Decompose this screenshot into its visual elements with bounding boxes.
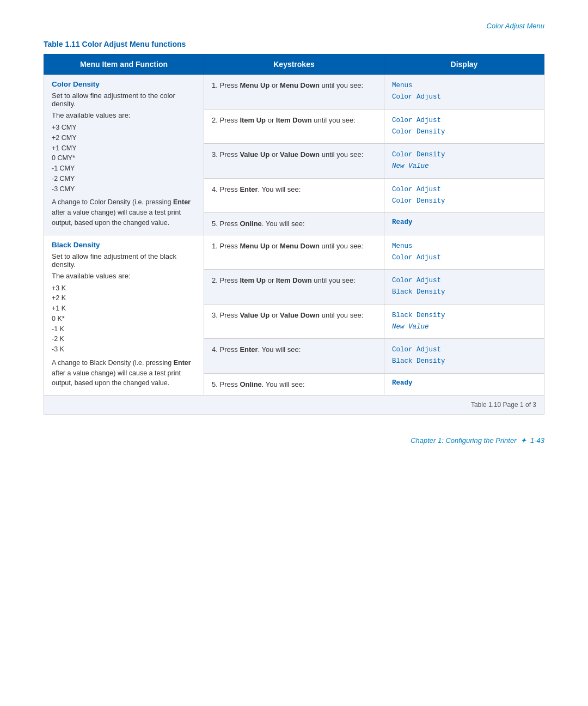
- display-cell-cd-1: MenusColor Adjust: [384, 75, 544, 109]
- section-desc-color-density-2: The available values are:: [52, 111, 196, 119]
- keystroke-cell-cd-4: 4. Press Enter. You will see:: [204, 178, 384, 213]
- keystroke-cell-bd-1: 1. Press Menu Up or Menu Down until you …: [204, 235, 384, 270]
- page-header: Color Adjust Menu: [44, 22, 544, 30]
- keystroke-bd-3: 3. Press Value Up or Value Down until yo…: [212, 310, 376, 321]
- section-desc-black-density-2: The available values are:: [52, 272, 196, 280]
- display-cd-3: Color DensityNew Value: [392, 149, 536, 173]
- display-cell-bd-3: Black DensityNew Value: [384, 304, 544, 339]
- keystroke-cd-1: 1. Press Menu Up or Menu Down until you …: [212, 80, 376, 91]
- display-bd-5: Ready: [392, 379, 536, 387]
- page-container: Color Adjust Menu Table 1.11 Color Adjus…: [0, 0, 588, 477]
- keystroke-cell-bd-4: 4. Press Enter. You will see:: [204, 339, 384, 374]
- keystroke-bd-2: 2. Press Item Up or Item Down until you …: [212, 275, 376, 286]
- note-color-density: A change to Color Density (i.e. pressing…: [52, 197, 196, 228]
- main-table: Menu Item and Function Keystrokes Displa…: [44, 54, 544, 415]
- chapter-footer: Chapter 1: Configuring the Printer ✦ 1-4…: [44, 436, 544, 445]
- section-desc-color-density-1: Set to allow fine adjustment to the colo…: [52, 92, 196, 108]
- display-bd-3: Black DensityNew Value: [392, 310, 536, 333]
- section-title-color-density: Color Density: [52, 80, 196, 88]
- keystroke-cell-cd-1: 1. Press Menu Up or Menu Down until you …: [204, 75, 384, 109]
- table-footer-row: Table 1.10 Page 1 of 3: [44, 395, 544, 415]
- values-list-color-density: +3 CMY+2 CMY+1 CMY0 CMY*-1 CMY-2 CMY-3 C…: [52, 123, 196, 194]
- table-row: Black Density Set to allow fine adjustme…: [44, 235, 544, 270]
- table-page-ref: Table 1.10 Page 1 of 3: [44, 395, 544, 415]
- note-black-density: A change to Black Density (i.e. pressing…: [52, 358, 196, 388]
- keystroke-cd-5: 5. Press Online. You will see:: [212, 218, 376, 229]
- chapter-label: Chapter 1: Configuring the Printer ✦ 1-4…: [411, 436, 544, 445]
- section-desc-black-density-1: Set to allow fine adjustment of the blac…: [52, 252, 196, 269]
- display-cd-4: Color AdjustColor Density: [392, 184, 536, 208]
- display-cell-cd-3: Color DensityNew Value: [384, 144, 544, 179]
- keystroke-cd-2: 2. Press Item Up or Item Down until you …: [212, 115, 376, 126]
- table-header-row: Menu Item and Function Keystrokes Displa…: [44, 54, 544, 75]
- keystroke-cell-bd-5: 5. Press Online. You will see:: [204, 373, 384, 395]
- display-cd-2: Color AdjustColor Density: [392, 115, 536, 138]
- table-row: Color Density Set to allow fine adjustme…: [44, 75, 544, 109]
- keystroke-cd-4: 4. Press Enter. You will see:: [212, 184, 376, 195]
- keystroke-bd-4: 4. Press Enter. You will see:: [212, 344, 376, 355]
- col-header-menu: Menu Item and Function: [44, 54, 204, 75]
- display-cell-cd-4: Color AdjustColor Density: [384, 178, 544, 213]
- menu-cell-black-density: Black Density Set to allow fine adjustme…: [44, 235, 204, 395]
- chapter-text: Chapter 1: Configuring the Printer: [411, 436, 516, 445]
- section-title-black-density: Black Density: [52, 241, 196, 249]
- keystroke-cell-cd-5: 5. Press Online. You will see:: [204, 213, 384, 235]
- display-bd-4: Color AdjustBlack Density: [392, 344, 536, 368]
- display-cell-cd-2: Color AdjustColor Density: [384, 109, 544, 144]
- col-header-display: Display: [384, 54, 544, 75]
- display-bd-2: Color AdjustBlack Density: [392, 275, 536, 299]
- keystroke-cell-cd-3: 3. Press Value Up or Value Down until yo…: [204, 144, 384, 179]
- page-number: 1-43: [530, 436, 544, 445]
- col-header-keys: Keystrokes: [204, 54, 384, 75]
- table-title: Table 1.11 Color Adjust Menu functions: [44, 40, 544, 48]
- keystroke-bd-5: 5. Press Online. You will see:: [212, 379, 376, 390]
- keystroke-cell-cd-2: 2. Press Item Up or Item Down until you …: [204, 109, 384, 144]
- header-title: Color Adjust Menu: [487, 22, 544, 30]
- display-cd-1: MenusColor Adjust: [392, 80, 536, 104]
- keystroke-cell-bd-3: 3. Press Value Up or Value Down until yo…: [204, 304, 384, 339]
- display-cell-cd-5: Ready: [384, 213, 544, 235]
- display-cell-bd-4: Color AdjustBlack Density: [384, 339, 544, 374]
- display-cd-5: Ready: [392, 218, 536, 226]
- keystroke-bd-1: 1. Press Menu Up or Menu Down until you …: [212, 241, 376, 252]
- display-bd-1: MenusColor Adjust: [392, 241, 536, 264]
- menu-cell-color-density: Color Density Set to allow fine adjustme…: [44, 75, 204, 235]
- display-cell-bd-5: Ready: [384, 373, 544, 395]
- keystroke-cell-bd-2: 2. Press Item Up or Item Down until you …: [204, 270, 384, 305]
- display-cell-bd-2: Color AdjustBlack Density: [384, 270, 544, 305]
- values-list-black-density: +3 K+2 K+1 K0 K*-1 K-2 K-3 K: [52, 283, 196, 355]
- keystroke-cd-3: 3. Press Value Up or Value Down until yo…: [212, 149, 376, 160]
- display-cell-bd-1: MenusColor Adjust: [384, 235, 544, 270]
